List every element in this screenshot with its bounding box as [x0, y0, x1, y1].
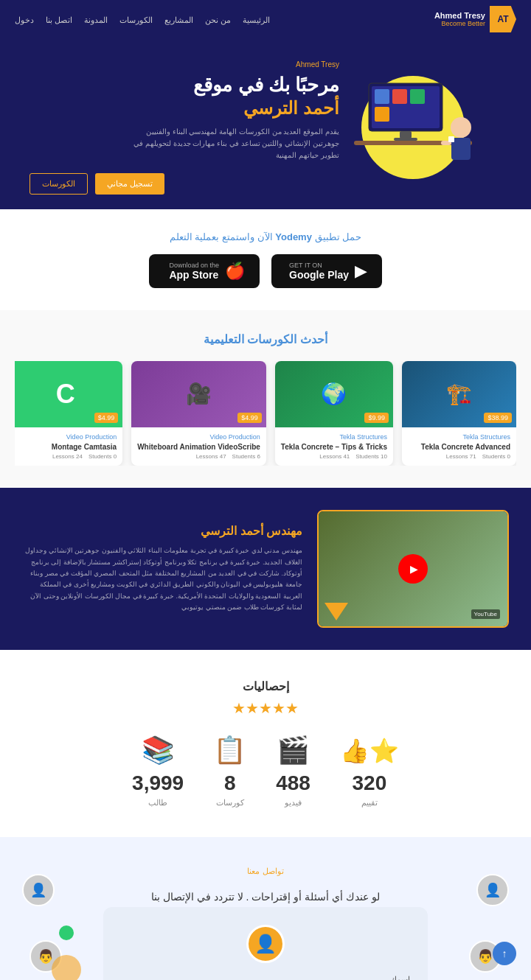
courses-section-title: أحدث الكورسات التعليمية [15, 332, 516, 346]
course-card[interactable]: 🏗️ $38.99 Tekla Structures Tekla Concret… [402, 361, 516, 466]
svg-rect-2 [375, 89, 389, 104]
nav-logo: AT Ahmed Tresy Become Better [434, 6, 516, 32]
course-card[interactable]: 🎥 $4.99 Video Production Whiteboard Anim… [131, 361, 266, 466]
contact-title: لو عندك أي أسئلة أو إقتراحات . لا تتردد … [15, 891, 516, 903]
svg-rect-5 [375, 107, 389, 122]
play-button[interactable] [398, 554, 428, 584]
about-section: YouTube مهندس أحمد الترسي مهندس مدني لدي… [0, 488, 531, 650]
videos-number: 488 [276, 771, 310, 795]
deco-green-circle [59, 925, 74, 940]
course-name: Montage Camtasia [15, 443, 117, 451]
about-title: مهندس أحمد الترسي [22, 524, 302, 538]
app-store-small: Download on the [169, 262, 219, 269]
course-price: $4.99 [94, 413, 119, 423]
svg-rect-12 [448, 136, 454, 142]
logo-icon: AT Ahmed Tresy Become Better [434, 6, 516, 32]
ratings-number: 320 [340, 771, 399, 795]
nav-blog[interactable]: المدونة [84, 15, 108, 24]
students-label: طالب [132, 798, 184, 808]
course-category: Tekla Structures [281, 433, 387, 441]
svg-rect-3 [392, 89, 407, 104]
contact-form: 👤 اسمك بريدك الإلكتروني الموضوع مطلبك ال… [103, 907, 428, 980]
contact-avatar: 👤 [246, 925, 285, 963]
hero-name: أحمد الترسي [30, 98, 339, 119]
ratings-icon: ⭐👍 [340, 735, 399, 766]
about-triangle-icon [324, 603, 348, 620]
nav-home[interactable]: الرئيسية [243, 15, 270, 24]
stats-grid: ⭐👍 320 تقييم 🎬 488 فيديو 📋 8 كورسات 📚 3,… [15, 735, 516, 808]
contact-section: 👤 👨 👦 👤 👨 👦 تواصل معنا لو عندك أي أسئلة … [0, 837, 531, 980]
course-price: $9.99 [364, 413, 389, 423]
svg-rect-6 [400, 131, 412, 139]
scroll-top-button[interactable]: ↑ [493, 942, 516, 965]
google-play-main: Google Play [289, 269, 349, 281]
app-store-main: App Store [169, 269, 219, 281]
nav-contact[interactable]: اتصل بنا [46, 15, 72, 24]
stats-title: إحصاليات [15, 679, 516, 693]
stars-rating: ★★★★★ [15, 699, 516, 717]
nav-projects[interactable]: المشاريع [164, 15, 193, 24]
stat-ratings: ⭐👍 320 تقييم [340, 735, 399, 808]
free-register-button[interactable]: تسجيل مجاني [95, 173, 164, 195]
app-download-buttons: ▶ GET IT ON Google Play 🍎 Download on th… [15, 254, 516, 288]
google-play-text: GET IT ON Google Play [289, 262, 349, 281]
app-store-text: Download on the App Store [169, 262, 219, 281]
course-category: Video Production [137, 433, 260, 441]
course-name: Tekla Concrete Advanced [408, 443, 510, 451]
course-thumbnail: 🌍 $9.99 [275, 361, 393, 427]
course-lessons: Lessons 47 [196, 453, 226, 460]
hero-illustration [339, 69, 502, 186]
stats-section: إحصاليات ★★★★★ ⭐👍 320 تقييم 🎬 488 فيديو … [0, 650, 531, 837]
course-name: Whiteboard Animation VideoScribe [137, 443, 260, 451]
hero-title-line1: مرحبًا بك في موقع [30, 73, 339, 98]
course-name: Tekla Concrete – Tips & Tricks [281, 443, 387, 451]
courses-section: أحدث الكورسات التعليمية 🏗️ $38.99 Tekla … [0, 310, 531, 488]
nav-courses[interactable]: الكورسات [119, 15, 153, 24]
courses-button[interactable]: الكورسات [30, 173, 88, 195]
name-label: اسمك [121, 975, 410, 980]
students-number: 3,999 [132, 771, 184, 795]
app-download-section: حمل تطبيق Yodemy الآن واستمتع بعملية الت… [0, 209, 531, 310]
google-play-small: GET IT ON [289, 262, 349, 269]
course-students: Students 0 [482, 453, 510, 460]
courses-label: كورسات [213, 798, 246, 808]
app-store-button[interactable]: 🍎 Download on the App Store [149, 254, 260, 288]
stat-videos: 🎬 488 فيديو [276, 735, 310, 808]
videos-icon: 🎬 [276, 735, 310, 766]
course-card[interactable]: 🌍 $9.99 Tekla Structures Tekla Concrete … [275, 361, 393, 466]
svg-point-9 [451, 117, 471, 138]
name-field-group: اسمك [121, 975, 410, 980]
nav-about[interactable]: من نحن [205, 15, 231, 24]
course-students: Students 6 [232, 453, 260, 460]
hero-section: Ahmed Tresy مرحبًا بك في موقع أحمد الترس… [0, 38, 531, 209]
svg-rect-4 [410, 89, 425, 104]
course-students: Students 0 [88, 453, 117, 460]
contact-subtitle: تواصل معنا [15, 867, 516, 876]
deco-yellow-circle [52, 955, 81, 980]
courses-icon: 📋 [213, 735, 246, 766]
hero-text: Ahmed Tresy مرحبًا بك في موقع أحمد الترس… [30, 60, 339, 195]
course-card[interactable]: C $4.99 Video Production Montage Camtasi… [15, 361, 122, 466]
nav-login[interactable]: دخول [15, 15, 34, 24]
app-title-pre: حمل تطبيق [315, 231, 362, 242]
google-play-button[interactable]: ▶ GET IT ON Google Play [271, 254, 382, 288]
ratings-label: تقييم [340, 798, 399, 808]
stat-students: 📚 3,999 طالب [132, 735, 184, 808]
course-category: Video Production [15, 433, 117, 441]
navbar: AT Ahmed Tresy Become Better الرئيسية من… [0, 0, 531, 38]
videos-label: فيديو [276, 798, 310, 808]
app-title-brand: Yodemy [275, 231, 312, 242]
logo-sub: Become Better [434, 20, 485, 27]
hero-pretitle: Ahmed Tresy [30, 60, 339, 69]
apple-icon: 🍎 [225, 262, 245, 281]
courses-grid: 🏗️ $38.99 Tekla Structures Tekla Concret… [15, 361, 516, 466]
about-video[interactable]: YouTube [317, 510, 509, 628]
course-thumbnail: 🏗️ $38.99 [402, 361, 516, 427]
stat-courses: 📋 8 كورسات [213, 735, 246, 808]
hero-description: يقدم الموقع العديد من الكورسات الهامة لم… [133, 126, 339, 161]
course-lessons: Lessons 71 [446, 453, 476, 460]
app-section-title: حمل تطبيق Yodemy الآن واستمتع بعملية الت… [15, 231, 516, 242]
video-watermark: YouTube [471, 609, 500, 619]
courses-number: 8 [213, 771, 246, 795]
about-description: مهندس مدني لدي خبرة كبيرة في تجربة معلوم… [22, 545, 302, 613]
